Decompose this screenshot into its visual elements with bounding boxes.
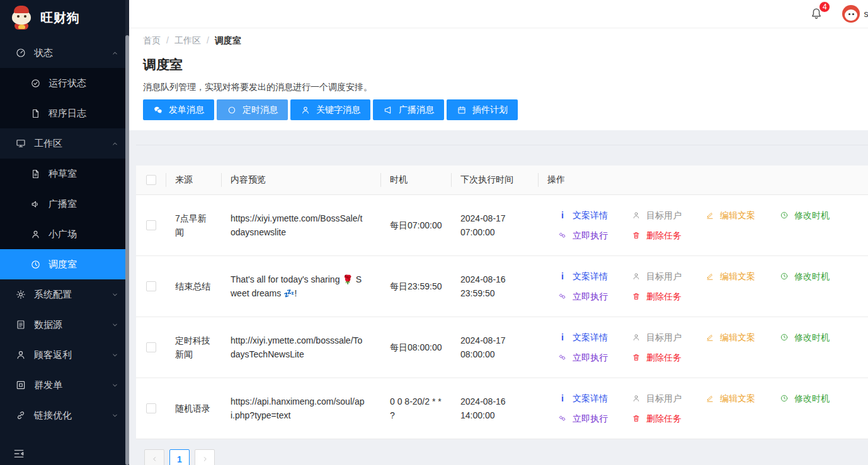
chevron-down-icon [111, 351, 119, 359]
menu-fold-icon[interactable] [13, 447, 25, 460]
sidebar-item-seeding-room[interactable]: 种草室 [0, 159, 129, 189]
row-next-run: 2024-08-16 23:59:50 [452, 255, 539, 317]
action-copy-detail[interactable]: 文案详情 [558, 269, 632, 283]
table-row: 7点早新闻 https://xiyi.ymette.com/BossSale/t… [136, 194, 868, 255]
action-run-now[interactable]: 立即执行 [558, 350, 632, 364]
sidebar: 旺财狗 状态 运行状态 程序日志 工作区 种草室 [0, 0, 129, 465]
breadcrumb-home[interactable]: 首页 [143, 35, 161, 47]
promotion-icon [558, 414, 567, 423]
sidebar-item-data-source[interactable]: 数据源 [0, 310, 129, 340]
toolbar: 发单消息 定时消息 关键字消息 广播消息 插件计划 [143, 99, 854, 120]
row-checkbox[interactable] [146, 220, 156, 230]
action-run-now[interactable]: 立即执行 [558, 228, 632, 242]
row-source: 7点早新闻 [166, 194, 222, 255]
action-run-now[interactable]: 立即执行 [558, 412, 632, 425]
breadcrumb-current: 调度室 [215, 35, 241, 47]
edit-icon [705, 211, 714, 220]
table-row: 随机语录 https://api.hanximeng.com/soul/api.… [136, 378, 868, 439]
edit-icon [705, 272, 714, 281]
topbar: 4 sun [129, 0, 868, 28]
breadcrumb-workspace[interactable]: 工作区 [174, 35, 201, 47]
row-checkbox[interactable] [146, 342, 156, 352]
action-copy-detail[interactable]: 文案详情 [558, 208, 632, 222]
action-delete-task[interactable]: 删除任务 [632, 350, 705, 364]
clock-icon [780, 211, 789, 220]
sidebar-item-small-plaza[interactable]: 小广场 [0, 219, 129, 249]
table-header-row: 来源 内容预览 时机 下次执行时间 操作 [136, 165, 868, 194]
notification-badge: 4 [819, 1, 830, 13]
action-edit-copy[interactable]: 编辑文案 [705, 208, 780, 222]
action-edit-copy[interactable]: 编辑文案 [705, 269, 780, 283]
action-modify-timing[interactable]: 修改时机 [780, 330, 868, 344]
sidebar-scrollbar-thumb[interactable] [125, 35, 129, 465]
pagination-prev-button[interactable] [144, 449, 164, 465]
sidebar-item-broadcast-room[interactable]: 广播室 [0, 189, 129, 219]
action-run-now[interactable]: 立即执行 [558, 289, 632, 303]
page-title: 调度室 [143, 56, 854, 74]
action-modify-timing[interactable]: 修改时机 [780, 391, 868, 405]
chevron-up-icon [111, 49, 119, 57]
sidebar-item-status[interactable]: 状态 [0, 38, 129, 68]
clock-icon [780, 272, 789, 281]
sidebar-scrollbar[interactable] [125, 0, 129, 465]
link-icon [15, 410, 26, 421]
trash-icon [632, 231, 641, 240]
select-all-checkbox[interactable] [146, 175, 156, 185]
info-icon [558, 208, 567, 222]
page-description: 消息队列管理，实现对将要发出的消息进行一个调度安排。 [143, 82, 854, 93]
action-modify-timing[interactable]: 修改时机 [780, 269, 868, 283]
sidebar-item-link-optimize[interactable]: 链接优化 [0, 400, 129, 430]
copy-icon [15, 379, 26, 391]
action-delete-task[interactable]: 删除任务 [632, 228, 705, 242]
user-avatar[interactable] [842, 5, 860, 23]
row-preview: https://api.hanximeng.com/soul/api.php?t… [222, 378, 381, 439]
sidebar-item-dispatch-room[interactable]: 调度室 [0, 249, 125, 279]
wechat-icon [153, 105, 163, 115]
action-target-users[interactable]: 目标用户 [632, 391, 705, 405]
sidebar-item-system-config[interactable]: 系统配置 [0, 279, 129, 310]
pagination: 1 [144, 449, 868, 465]
keyword-message-button[interactable]: 关键字消息 [290, 99, 370, 120]
action-copy-detail[interactable]: 文案详情 [558, 391, 632, 405]
action-edit-copy[interactable]: 编辑文案 [705, 330, 780, 344]
sidebar-item-customer-rebate[interactable]: 顾客返利 [0, 340, 129, 370]
action-modify-timing[interactable]: 修改时机 [780, 208, 868, 222]
plugin-plan-button[interactable]: 插件计划 [447, 99, 518, 120]
trash-icon [632, 414, 641, 423]
action-delete-task[interactable]: 删除任务 [632, 289, 705, 303]
info-icon [558, 391, 567, 405]
megaphone-icon [383, 105, 393, 115]
row-next-run: 2024-08-16 14:00:00 [452, 378, 539, 439]
pagination-next-button[interactable] [195, 449, 215, 465]
column-source: 来源 [166, 165, 222, 194]
section-divider [136, 145, 868, 145]
file-icon [30, 108, 41, 119]
row-checkbox[interactable] [146, 281, 156, 291]
scheduled-message-button[interactable]: 定时消息 [217, 99, 288, 120]
sidebar-item-program-log[interactable]: 程序日志 [0, 98, 129, 128]
person-icon [632, 333, 641, 342]
row-timing: 0 0 8-20/2 * * ? [381, 378, 452, 439]
send-order-message-button[interactable]: 发单消息 [143, 99, 214, 120]
trash-icon [632, 292, 641, 301]
action-target-users[interactable]: 目标用户 [632, 330, 705, 344]
pagination-page-1[interactable]: 1 [169, 449, 190, 465]
row-checkbox[interactable] [146, 403, 156, 413]
action-target-users[interactable]: 目标用户 [632, 269, 705, 283]
action-copy-detail[interactable]: 文案详情 [558, 330, 632, 344]
broadcast-message-button[interactable]: 广播消息 [373, 99, 444, 120]
row-source: 结束总结 [166, 255, 222, 317]
action-delete-task[interactable]: 删除任务 [632, 412, 705, 425]
action-edit-copy[interactable]: 编辑文案 [705, 391, 780, 405]
username[interactable]: sun [864, 9, 868, 19]
row-timing: 每日23:59:50 [381, 255, 452, 317]
action-target-users[interactable]: 目标用户 [632, 208, 705, 222]
column-timing: 时机 [381, 165, 452, 194]
sidebar-item-workspace[interactable]: 工作区 [0, 128, 129, 159]
notification-bell-icon[interactable]: 4 [809, 7, 823, 21]
row-timing: 每日08:00:00 [381, 317, 452, 378]
row-preview: http://xiyi.ymette.com/bosssale/TodaysTe… [222, 317, 381, 378]
sidebar-item-running-status[interactable]: 运行状态 [0, 68, 129, 98]
row-source: 定时科技新闻 [166, 317, 222, 378]
sidebar-item-bulk-order[interactable]: 群发单 [0, 370, 129, 400]
